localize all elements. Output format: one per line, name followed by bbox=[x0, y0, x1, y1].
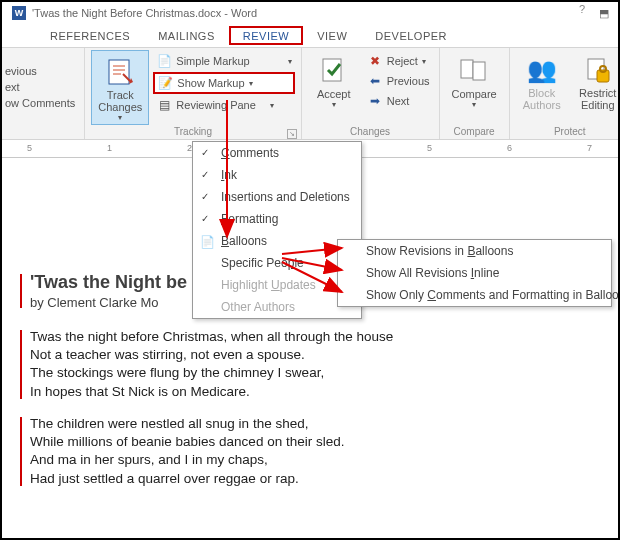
restrict-editing-icon bbox=[582, 54, 614, 86]
ribbon-display-options-icon[interactable]: ⬒ bbox=[590, 3, 618, 23]
next-icon: ➡ bbox=[367, 93, 383, 109]
restrict-editing-label: Restrict Editing bbox=[579, 88, 616, 111]
compare-button[interactable]: Compare ▾ bbox=[446, 50, 503, 111]
restrict-editing-button[interactable]: Restrict Editing bbox=[572, 50, 620, 113]
tab-references[interactable]: REFERENCES bbox=[36, 26, 144, 45]
body-line: The children were nestled all snug in th… bbox=[30, 415, 594, 433]
menu-item-insertions-deletions[interactable]: ✓Insertions and Deletions bbox=[193, 186, 361, 208]
compare-group-label: Compare bbox=[454, 126, 495, 137]
menu-item-other-authors: Other Authors bbox=[193, 296, 361, 318]
menu-item-balloons[interactable]: 📄Balloons bbox=[193, 230, 361, 252]
protect-group-label: Protect bbox=[554, 126, 586, 137]
body-line: The stockings were flung by the chimney … bbox=[30, 364, 594, 382]
svg-rect-6 bbox=[473, 62, 485, 80]
tab-review[interactable]: REVIEW bbox=[229, 26, 303, 45]
show-markup-icon: 📝 bbox=[157, 75, 173, 91]
balloons-submenu: Show Revisions in Balloons Show All Revi… bbox=[337, 239, 612, 307]
menu-item-show-only-comments-formatting[interactable]: Show Only Comments and Formatting in Bal… bbox=[338, 284, 611, 306]
comment-next[interactable]: ext bbox=[2, 80, 78, 94]
revision-bar bbox=[20, 330, 22, 399]
comment-previous[interactable]: evious bbox=[2, 64, 78, 78]
body-line: While millions of beanie babies danced o… bbox=[30, 433, 594, 451]
track-changes-button[interactable]: Track Changes ▾ bbox=[91, 50, 149, 125]
previous-icon: ⬅ bbox=[367, 73, 383, 89]
check-icon: ✓ bbox=[201, 169, 209, 180]
menu-item-show-revisions-in-balloons[interactable]: Show Revisions in Balloons bbox=[338, 240, 611, 262]
help-icon[interactable]: ? bbox=[579, 3, 585, 23]
tab-developer[interactable]: DEVELOPER bbox=[361, 26, 461, 45]
markup-display-dropdown[interactable]: 📄 Simple Markup ▾ bbox=[153, 52, 294, 70]
block-authors-button[interactable]: 👥 Block Authors bbox=[516, 50, 568, 113]
svg-rect-0 bbox=[109, 60, 129, 84]
chevron-down-icon: ▾ bbox=[332, 100, 336, 109]
menu-item-specific-people[interactable]: Specific People bbox=[193, 252, 361, 274]
body-line: Not a teacher was stirring, not even a s… bbox=[30, 346, 594, 364]
ribbon: evious ext ow Comments Track Changes ▾ 📄… bbox=[2, 48, 618, 140]
tracking-dialog-launcher[interactable]: ↘ bbox=[287, 129, 297, 139]
tracking-group-label: Tracking bbox=[174, 126, 212, 137]
reject-icon: ✖ bbox=[367, 53, 383, 69]
menu-item-formatting[interactable]: ✓Formatting bbox=[193, 208, 361, 230]
block-authors-label: Block Authors bbox=[523, 88, 561, 111]
accept-icon bbox=[318, 54, 350, 86]
tab-mailings[interactable]: MAILINGS bbox=[144, 26, 229, 45]
svg-rect-5 bbox=[461, 60, 473, 78]
compare-icon bbox=[458, 54, 490, 86]
chevron-down-icon: ▾ bbox=[118, 113, 122, 122]
word-icon: W bbox=[12, 6, 26, 20]
check-icon: ✓ bbox=[201, 147, 209, 158]
compare-label: Compare bbox=[452, 88, 497, 100]
menu-item-show-all-revisions-inline[interactable]: Show All Revisions Inline bbox=[338, 262, 611, 284]
tab-view[interactable]: VIEW bbox=[303, 26, 361, 45]
body-line: Twas the night before Christmas, when al… bbox=[30, 328, 594, 346]
accept-label: Accept bbox=[317, 88, 351, 100]
previous-change-button[interactable]: ⬅Previous bbox=[364, 72, 433, 90]
reject-button[interactable]: ✖Reject ▾ bbox=[364, 52, 433, 70]
track-changes-icon bbox=[104, 55, 136, 87]
changes-group-label: Changes bbox=[350, 126, 390, 137]
show-markup-dropdown[interactable]: 📝 Show Markup ▾ bbox=[153, 72, 294, 94]
title-bar: W 'Twas the Night Before Christmas.docx … bbox=[2, 2, 618, 24]
accept-button[interactable]: Accept ▾ bbox=[308, 50, 360, 111]
show-comments[interactable]: ow Comments bbox=[2, 96, 78, 110]
chevron-down-icon: ▾ bbox=[472, 100, 476, 109]
revision-bar bbox=[20, 417, 22, 486]
menu-item-ink[interactable]: ✓Ink bbox=[193, 164, 361, 186]
check-icon: ✓ bbox=[201, 191, 209, 202]
reviewing-pane-icon: ▤ bbox=[156, 97, 172, 113]
body-line: In hopes that St Nick is on Medicare. bbox=[30, 383, 594, 401]
markup-icon: 📄 bbox=[156, 53, 172, 69]
revision-bar bbox=[20, 274, 22, 308]
block-authors-icon: 👥 bbox=[526, 54, 558, 86]
svg-rect-4 bbox=[323, 59, 341, 81]
document-title: 'Twas the Night Before Christmas.docx - … bbox=[32, 7, 257, 19]
reviewing-pane-dropdown[interactable]: ▤ Reviewing Pane ▾ bbox=[153, 96, 294, 114]
check-icon: ✓ bbox=[201, 213, 209, 224]
body-line: Had just settled a quarrel over reggae o… bbox=[30, 470, 594, 488]
balloons-icon: 📄 bbox=[199, 234, 215, 250]
menu-item-highlight-updates: Highlight Updates bbox=[193, 274, 361, 296]
track-changes-label: Track Changes bbox=[98, 89, 142, 113]
body-line: And ma in her spurs, and I in my chaps, bbox=[30, 451, 594, 469]
ribbon-tabs: REFERENCES MAILINGS REVIEW VIEW DEVELOPE… bbox=[2, 24, 618, 48]
menu-item-comments[interactable]: ✓Comments bbox=[193, 142, 361, 164]
next-change-button[interactable]: ➡Next bbox=[364, 92, 433, 110]
